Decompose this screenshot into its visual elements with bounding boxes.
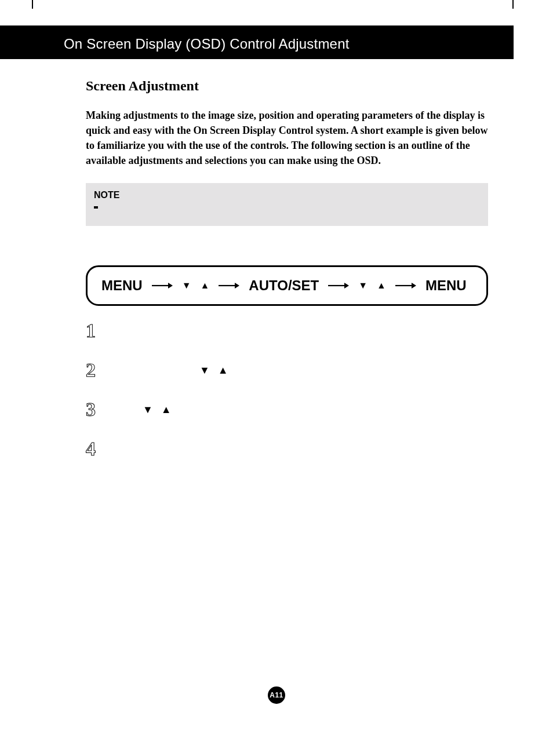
page-title: On Screen Display (OSD) Control Adjustme… (64, 36, 350, 52)
crop-mark-left (32, 0, 33, 9)
svg-marker-3 (235, 283, 239, 288)
triangle-down-icon: ▼ (199, 365, 210, 375)
note-label: NOTE (94, 190, 480, 200)
content-area: Screen Adjustment Making adjustments to … (86, 78, 488, 474)
intro-paragraph: Making adjustments to the image size, po… (86, 108, 488, 168)
numbered-steps: 1 2 ▼ ▲ 3 ▼ ▲ 4 (86, 316, 488, 463)
svg-marker-5 (344, 283, 349, 288)
triangle-up-icon: ▲ (201, 281, 210, 290)
triangle-down-icon: ▼ (143, 404, 153, 415)
svg-marker-7 (412, 283, 416, 288)
flow-menu-1: MENU (101, 277, 143, 294)
crop-mark-right (512, 0, 514, 9)
step-row-2: 2 ▼ ▲ (86, 356, 488, 385)
step-number: 2 (86, 359, 112, 381)
svg-marker-1 (168, 283, 173, 288)
note-box: NOTE (86, 183, 488, 226)
step-content: ▼ ▲ (112, 365, 228, 375)
arrow-right-icon (328, 282, 349, 290)
triangle-up-icon: ▲ (377, 281, 386, 290)
arrow-right-icon (152, 282, 173, 290)
step-number: 4 (86, 438, 112, 460)
page-number-badge: A11 (268, 686, 285, 704)
step-row-1: 1 (86, 316, 488, 345)
arrow-right-icon (219, 282, 239, 290)
step-content: ▼ ▲ (112, 404, 172, 415)
step-row-3: 3 ▼ ▲ (86, 395, 488, 424)
section-heading: Screen Adjustment (86, 78, 488, 94)
triangle-up-icon: ▲ (218, 365, 228, 375)
step-number: 3 (86, 399, 112, 421)
flow-autoset: AUTO/SET (249, 277, 319, 294)
flow-menu-2: MENU (425, 277, 467, 294)
crop-marks (0, 0, 553, 9)
arrow-right-icon (395, 282, 416, 290)
button-flow-box: MENU ▼ ▲ AUTO/SET ▼ ▲ MENU (86, 265, 488, 306)
bullet-icon (94, 206, 98, 209)
triangle-down-icon: ▼ (182, 281, 191, 290)
step-row-4: 4 (86, 434, 488, 463)
page-number: A11 (270, 691, 283, 699)
triangle-up-icon: ▲ (161, 404, 172, 415)
header-band: On Screen Display (OSD) Control Adjustme… (0, 25, 514, 59)
step-number: 1 (86, 320, 112, 342)
triangle-down-icon: ▼ (358, 281, 368, 290)
